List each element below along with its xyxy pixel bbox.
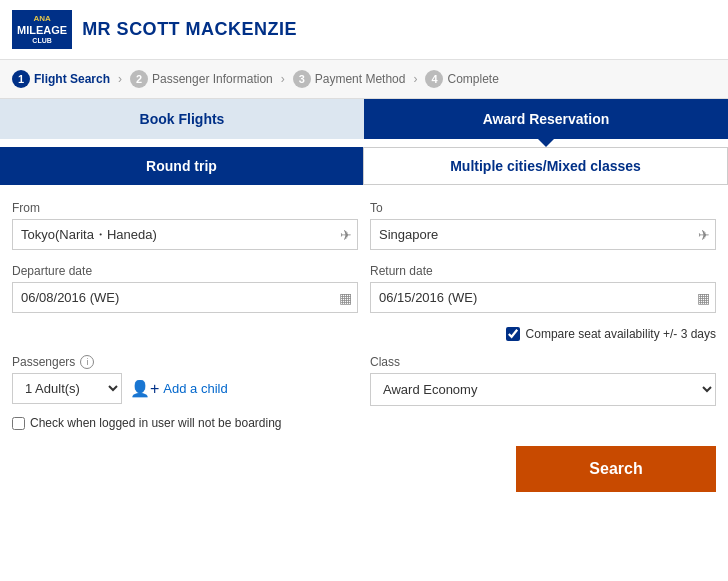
step-2: 2 Passenger Information [130, 70, 273, 88]
from-to-row: From ✈ To ✈ [12, 201, 716, 250]
class-label: Class [370, 355, 716, 369]
step-2-number: 2 [130, 70, 148, 88]
class-group: Class Award Economy Award Business Award… [370, 355, 716, 406]
departure-label: Departure date [12, 264, 358, 278]
tab-multiple-cities[interactable]: Multiple cities/Mixed classes [363, 147, 728, 185]
boarding-checkbox[interactable] [12, 417, 25, 430]
step-4-label: Complete [447, 72, 498, 86]
step-3: 3 Payment Method [293, 70, 406, 88]
compare-label[interactable]: Compare seat availability +/- 3 days [526, 327, 716, 341]
step-arrow-1: › [118, 72, 122, 86]
return-input-wrapper: ▦ [370, 282, 716, 313]
passengers-group: Passengers i 1 Adult(s) 2 Adult(s) 3 Adu… [12, 355, 358, 404]
compare-row: Compare seat availability +/- 3 days [12, 327, 716, 341]
ana-line3: CLUB [17, 37, 67, 45]
from-input[interactable] [12, 219, 358, 250]
step-4: 4 Complete [425, 70, 498, 88]
boarding-label[interactable]: Check when logged in user will not be bo… [30, 416, 282, 430]
add-child-link[interactable]: 👤+ Add a child [130, 379, 228, 398]
from-group: From ✈ [12, 201, 358, 250]
departure-input-wrapper: ▦ [12, 282, 358, 313]
step-1-label: Flight Search [34, 72, 110, 86]
tab-award-reservation[interactable]: Award Reservation [364, 99, 728, 139]
ana-line2: MILEAGE [17, 24, 67, 37]
passengers-label: Passengers [12, 355, 75, 369]
boarding-checkbox-row: Check when logged in user will not be bo… [12, 416, 716, 430]
search-button[interactable]: Search [516, 446, 716, 492]
from-label: From [12, 201, 358, 215]
trip-type-tabs: Round trip Multiple cities/Mixed classes [0, 147, 728, 185]
add-child-icon: 👤+ [130, 379, 159, 398]
passengers-select[interactable]: 1 Adult(s) 2 Adult(s) 3 Adult(s) 4 Adult… [12, 373, 122, 404]
return-group: Return date ▦ [370, 264, 716, 313]
add-child-label: Add a child [163, 381, 227, 396]
user-name: MR SCOTT MACKENZIE [82, 19, 297, 40]
tab-round-trip[interactable]: Round trip [0, 147, 363, 185]
info-icon[interactable]: i [80, 355, 94, 369]
return-input[interactable] [370, 282, 716, 313]
step-4-number: 4 [425, 70, 443, 88]
step-1-number: 1 [12, 70, 30, 88]
ana-line1: ANA [17, 14, 67, 24]
steps-bar: 1 Flight Search › 2 Passenger Informatio… [0, 60, 728, 99]
departure-input[interactable] [12, 282, 358, 313]
search-form: From ✈ To ✈ Departure date ▦ [0, 185, 728, 524]
step-3-number: 3 [293, 70, 311, 88]
main-tab-nav: Book Flights Award Reservation [0, 99, 728, 139]
step-arrow-3: › [413, 72, 417, 86]
step-1: 1 Flight Search [12, 70, 110, 88]
compare-checkbox[interactable] [506, 327, 520, 341]
to-label: To [370, 201, 716, 215]
step-3-label: Payment Method [315, 72, 406, 86]
pax-select-row: 1 Adult(s) 2 Adult(s) 3 Adult(s) 4 Adult… [12, 373, 358, 404]
pax-class-row: Passengers i 1 Adult(s) 2 Adult(s) 3 Adu… [12, 355, 716, 406]
from-input-wrapper: ✈ [12, 219, 358, 250]
to-input[interactable] [370, 219, 716, 250]
search-btn-row: Search [12, 446, 716, 508]
dates-row: Departure date ▦ Return date ▦ [12, 264, 716, 313]
tab-book-flights[interactable]: Book Flights [0, 99, 364, 139]
page-container: ANA MILEAGE CLUB MR SCOTT MACKENZIE 1 Fl… [0, 0, 728, 581]
return-label: Return date [370, 264, 716, 278]
departure-group: Departure date ▦ [12, 264, 358, 313]
to-input-wrapper: ✈ [370, 219, 716, 250]
step-arrow-2: › [281, 72, 285, 86]
pax-label-row: Passengers i [12, 355, 358, 369]
to-group: To ✈ [370, 201, 716, 250]
step-2-label: Passenger Information [152, 72, 273, 86]
class-select[interactable]: Award Economy Award Business Award First [370, 373, 716, 406]
ana-logo: ANA MILEAGE CLUB [12, 10, 72, 49]
header: ANA MILEAGE CLUB MR SCOTT MACKENZIE [0, 0, 728, 60]
